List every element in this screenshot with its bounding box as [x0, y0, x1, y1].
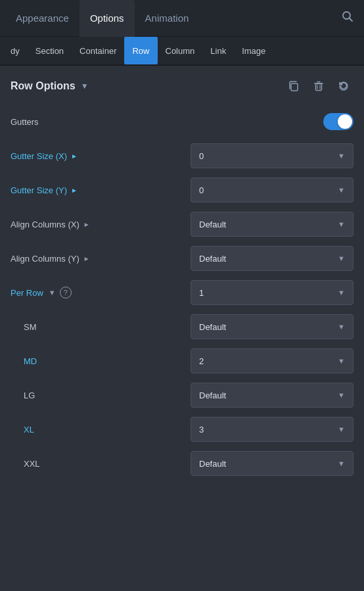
delete-button[interactable] — [309, 76, 329, 96]
sub-tab-column[interactable]: Column — [158, 37, 203, 65]
align-columns-x-expand-icon[interactable]: ► — [83, 221, 90, 228]
xl-row: XL 3 ▼ — [11, 417, 353, 442]
xxl-row: XXL Default ▼ — [11, 451, 353, 476]
xl-chevron-icon: ▼ — [338, 425, 345, 433]
tab-appearance[interactable]: Appearance — [5, 0, 80, 37]
gutters-label: Gutters — [11, 117, 182, 127]
section-actions — [284, 76, 353, 96]
align-columns-y-label: Align Columns (Y) ► — [11, 254, 191, 264]
top-nav: Appearance Options Animation — [0, 0, 364, 37]
align-columns-y-dropdown[interactable]: Default ▼ — [191, 246, 353, 271]
per-row-label: Per Row ▼ — [11, 288, 56, 298]
gutters-toggle-container — [182, 113, 353, 130]
xl-dropdown[interactable]: 3 ▼ — [191, 417, 353, 442]
gutters-row: Gutters — [11, 109, 353, 134]
align-columns-x-row: Align Columns (X) ► Default ▼ — [11, 212, 353, 237]
align-columns-y-expand-icon[interactable]: ► — [83, 255, 90, 262]
section-header-left: Row Options ▼ — [11, 80, 89, 92]
sub-nav: dy Section Container Row Column Link Ima… — [0, 37, 364, 66]
align-columns-x-label: Align Columns (X) ► — [11, 220, 191, 229]
gutter-size-x-row: Gutter Size (X) ► 0 ▼ — [11, 143, 353, 168]
align-columns-y-row: Align Columns (Y) ► Default ▼ — [11, 246, 353, 271]
md-label: MD — [24, 356, 191, 366]
sub-tab-section[interactable]: Section — [28, 37, 72, 65]
align-columns-x-chevron-icon: ▼ — [338, 220, 345, 228]
svg-line-1 — [350, 18, 353, 22]
tab-options[interactable]: Options — [80, 0, 135, 37]
lg-label: LG — [24, 390, 191, 400]
lg-row: LG Default ▼ — [11, 383, 353, 408]
md-chevron-icon: ▼ — [338, 357, 345, 365]
sub-tab-row[interactable]: Row — [124, 37, 157, 65]
gutter-size-x-label: Gutter Size (X) ► — [11, 151, 191, 161]
tab-animation[interactable]: Animation — [135, 0, 200, 37]
sub-tab-container[interactable]: Container — [72, 37, 124, 65]
sm-label: SM — [24, 322, 191, 332]
xxl-dropdown[interactable]: Default ▼ — [191, 451, 353, 476]
section-header: Row Options ▼ — [11, 76, 353, 96]
gutter-size-y-dropdown[interactable]: 0 ▼ — [191, 177, 353, 202]
per-row-dropdown[interactable]: 1 ▼ — [191, 280, 353, 305]
per-row-help-icon[interactable]: ? — [60, 287, 72, 298]
align-columns-x-dropdown[interactable]: Default ▼ — [191, 212, 353, 237]
reset-button[interactable] — [334, 76, 353, 96]
section-expand-chevron-icon[interactable]: ▼ — [81, 82, 89, 91]
sm-row: SM Default ▼ — [11, 314, 353, 339]
gutter-size-y-row: Gutter Size (Y) ► 0 ▼ — [11, 177, 353, 202]
lg-dropdown[interactable]: Default ▼ — [191, 383, 353, 408]
sub-tab-image[interactable]: Image — [234, 37, 273, 65]
main-content: Row Options ▼ — [0, 66, 364, 496]
per-row-row: Per Row ▼ ? 1 ▼ — [11, 280, 353, 305]
per-row-label-container: Per Row ▼ ? — [11, 287, 191, 298]
search-icon[interactable] — [336, 5, 359, 31]
toggle-knob — [338, 114, 352, 129]
md-row: MD 2 ▼ — [11, 348, 353, 373]
gutter-size-x-expand-icon[interactable]: ► — [71, 153, 78, 160]
gutters-toggle[interactable] — [323, 113, 353, 130]
gutter-size-y-label: Gutter Size (Y) ► — [11, 185, 191, 195]
xl-label: XL — [24, 425, 191, 435]
xxl-label: XXL — [24, 459, 191, 469]
md-dropdown[interactable]: 2 ▼ — [191, 348, 353, 373]
svg-rect-2 — [291, 83, 298, 91]
per-row-chevron-icon[interactable]: ▼ — [49, 289, 56, 296]
sm-dropdown[interactable]: Default ▼ — [191, 314, 353, 339]
gutter-size-y-chevron-icon: ▼ — [338, 186, 345, 194]
section-title: Row Options — [11, 80, 76, 92]
xxl-chevron-icon: ▼ — [338, 460, 345, 467]
align-columns-y-chevron-icon: ▼ — [338, 254, 345, 262]
lg-chevron-icon: ▼ — [338, 391, 345, 399]
gutter-size-x-chevron-icon: ▼ — [338, 152, 345, 160]
sub-tab-link[interactable]: Link — [202, 37, 234, 65]
sub-tab-body[interactable]: dy — [3, 37, 28, 65]
sm-chevron-icon: ▼ — [338, 323, 345, 331]
gutter-size-x-dropdown[interactable]: 0 ▼ — [191, 143, 353, 168]
per-row-dropdown-chevron-icon: ▼ — [338, 289, 345, 296]
svg-rect-4 — [316, 84, 322, 91]
copy-button[interactable] — [284, 76, 304, 96]
gutter-size-y-expand-icon[interactable]: ► — [71, 187, 78, 194]
